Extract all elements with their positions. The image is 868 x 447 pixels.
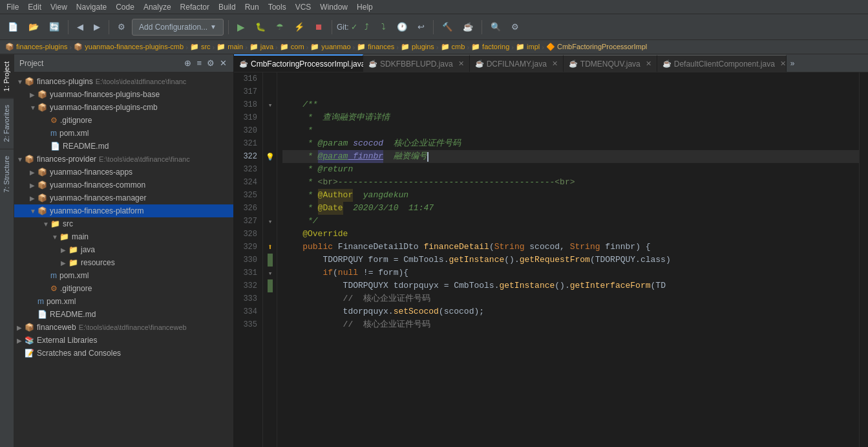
menu-run[interactable]: Run — [241, 1, 263, 13]
build-project-button[interactable]: 🔨 — [438, 19, 456, 36]
menu-help[interactable]: Help — [353, 1, 377, 13]
tab-close-btn[interactable]: ✕ — [552, 60, 558, 68]
settings-button[interactable]: ⚙ — [507, 19, 523, 36]
breadcrumb-finances-plugins[interactable]: 📦 finances-plugins — [5, 43, 68, 51]
breadcrumb-cmb[interactable]: 📁 cmb — [441, 43, 465, 51]
gutter-327[interactable]: ▾ — [263, 215, 277, 228]
back-button[interactable]: ◀ — [73, 19, 87, 36]
run-button[interactable]: ▶ — [233, 19, 249, 36]
favorites-tab[interactable]: 2: Favorites — [0, 98, 14, 148]
tab-default-client[interactable]: ☕ DefaultClientComponent.java ✕ — [657, 55, 787, 72]
breadcrumb-yuanmao[interactable]: 📁 yuanmao — [310, 43, 350, 51]
tree-item-src[interactable]: ▼ 📁 src — [14, 217, 233, 230]
tab-close-btn[interactable]: ✕ — [780, 60, 786, 68]
sdk-button[interactable]: ☕ — [459, 19, 477, 36]
toolbar-sep-2 — [109, 20, 109, 34]
arrow-icon: ▶ — [17, 337, 23, 344]
gutter-329[interactable]: ⬆ — [263, 241, 277, 254]
tree-item-resources[interactable]: ▶ 📁 resources — [14, 256, 233, 269]
open-button[interactable]: 📂 — [25, 19, 43, 36]
arrow-icon: ▼ — [43, 221, 49, 228]
tree-item-readme-1[interactable]: 📄 README.md — [14, 140, 233, 153]
tree-item-manager[interactable]: ▶ 📦 yuanmao-finances-manager — [14, 191, 233, 204]
breadcrumb-src[interactable]: 📁 src — [190, 43, 211, 51]
menu-view[interactable]: View — [47, 1, 71, 13]
tree-item-apps[interactable]: ▶ 📦 yuanmao-finances-apps — [14, 166, 233, 179]
breadcrumb-com[interactable]: 📁 com — [280, 43, 304, 51]
tree-item-readme-2[interactable]: 📄 README.md — [14, 308, 233, 321]
tab-close-btn[interactable]: ✕ — [646, 60, 651, 68]
search-everywhere-button[interactable]: 🔍 — [487, 19, 505, 36]
edit-configs-button[interactable]: ⚙ — [114, 19, 129, 36]
tree-item-plugins-base[interactable]: ▶ 📦 yuanmao-finances-plugins-base — [14, 88, 233, 101]
sidebar-settings-button[interactable]: ⚙ — [206, 57, 216, 69]
tab-sdkfbb[interactable]: ☕ SDKFBBFLUPD.java ✕ — [363, 55, 470, 72]
tab-cmb-factoring[interactable]: ☕ CmbFactoringProcessorImpl.java ✕ — [234, 54, 363, 72]
menu-analyze[interactable]: Analyze — [140, 1, 175, 13]
menu-tools[interactable]: Tools — [264, 1, 290, 13]
tree-item-common[interactable]: ▶ 📦 yuanmao-finances-common — [14, 179, 233, 191]
tab-close-btn[interactable]: ✕ — [458, 60, 464, 68]
tree-item-pom-1[interactable]: m pom.xml — [14, 127, 233, 140]
breadcrumb-main[interactable]: 📁 main — [217, 43, 243, 51]
tree-item-external-libraries[interactable]: ▶ 📚 External Libraries — [14, 334, 233, 347]
project-tab[interactable]: 1: Project — [0, 54, 14, 98]
tab-tdmenquv[interactable]: ☕ TDMENQUV.java ✕ — [564, 55, 657, 72]
git-rollback-button[interactable]: ↩ — [414, 19, 429, 36]
gutter-331[interactable]: ▾ — [263, 267, 277, 279]
debug-button[interactable]: 🐛 — [251, 19, 270, 36]
structure-tab[interactable]: 7: Structure — [0, 149, 14, 199]
breadcrumb-class[interactable]: 🔶 CmbFactoringProcessorImpl — [546, 43, 647, 51]
breadcrumb: 📦 finances-plugins › 📦 yuanmao-finances-… — [0, 40, 868, 54]
run-with-coverage-button[interactable]: ☂ — [272, 19, 288, 36]
git-merge-button[interactable]: ⤵ — [376, 19, 390, 36]
tree-item-plugins-cmb[interactable]: ▼ 📦 yuanmao-finances-plugins-cmb — [14, 101, 233, 114]
git-history-button[interactable]: 🕐 — [393, 19, 411, 36]
gutter-322[interactable]: 💡 — [263, 150, 277, 163]
collapse-all-button[interactable]: ≡ — [195, 57, 203, 69]
menu-navigate[interactable]: Navigate — [72, 1, 111, 13]
menu-file[interactable]: File — [3, 1, 23, 13]
tree-item-gitignore-1[interactable]: ⚙ .gitignore — [14, 114, 233, 127]
breadcrumb-factoring[interactable]: 📁 factoring — [471, 43, 509, 51]
menu-refactor[interactable]: Refactor — [176, 1, 213, 13]
breadcrumb-plugins[interactable]: 📁 plugins — [401, 43, 434, 51]
breadcrumb-finances[interactable]: 📁 finances — [357, 43, 394, 51]
git-commit-button[interactable]: ⤴ — [359, 19, 374, 36]
tree-item-java[interactable]: ▶ 📁 java — [14, 243, 233, 256]
menu-build[interactable]: Build — [215, 1, 240, 13]
profile-button[interactable]: ⚡ — [290, 19, 308, 36]
tree-item-scratches[interactable]: 📝 Scratches and Consoles — [14, 347, 233, 360]
sidebar-close-button[interactable]: ✕ — [218, 57, 228, 69]
locate-in-tree-button[interactable]: ⊕ — [183, 57, 193, 69]
arrow-icon: ▶ — [61, 246, 67, 254]
menu-code[interactable]: Code — [112, 1, 138, 13]
breadcrumb-impl[interactable]: 📁 impl — [516, 43, 540, 51]
tree-item-finances-provider[interactable]: ▼ 📦 finances-provider E:\tools\idea\tdfi… — [14, 153, 233, 166]
tree-item-pom-3[interactable]: m pom.xml — [14, 295, 233, 308]
stop-button[interactable]: ⏹ — [311, 19, 327, 36]
tree-item-main[interactable]: ▼ 📁 main — [14, 230, 233, 243]
module-icon: 📦 — [37, 193, 47, 202]
forward-button[interactable]: ▶ — [90, 19, 104, 36]
tree-item-gitignore-2[interactable]: ⚙ .gitignore — [14, 282, 233, 295]
breadcrumb-plugins-cmb[interactable]: 📦 yuanmao-finances-plugins-cmb — [74, 43, 184, 51]
tree-item-pom-2[interactable]: m pom.xml — [14, 269, 233, 282]
tab-dcfilnamy[interactable]: ☕ DCFILNAMY.java ✕ — [470, 55, 564, 72]
menu-window[interactable]: Window — [316, 1, 352, 13]
module-icon: 📦 — [37, 180, 47, 190]
more-tabs-button[interactable]: » — [787, 55, 799, 72]
tree-item-finances-plugins[interactable]: ▼ 📦 finances-plugins E:\tools\idea\tdfin… — [14, 75, 233, 88]
sync-button[interactable]: 🔄 — [45, 19, 63, 36]
line-numbers: 316 317 318 319 320 321 322 323 324 325 … — [234, 72, 263, 447]
menu-edit[interactable]: Edit — [24, 1, 45, 13]
menu-vcs[interactable]: VCS — [291, 1, 315, 13]
add-configuration-button[interactable]: Add Configuration... ▼ — [132, 19, 224, 36]
new-file-button[interactable]: 📄 — [4, 19, 22, 36]
tree-item-platform[interactable]: ▼ 📦 yuanmao-finances-platform — [14, 204, 233, 217]
file-icon: ⚙ — [50, 284, 58, 293]
tree-item-financeweb[interactable]: ▶ 📦 financeweb E:\tools\idea\tdfinance\f… — [14, 321, 233, 334]
breadcrumb-java[interactable]: 📁 java — [249, 43, 273, 51]
gutter-318[interactable]: ▾ — [263, 98, 277, 111]
code-content[interactable]: /** * 查询融资申请详情 * * @param scocod 核心企业证件号… — [277, 72, 859, 447]
